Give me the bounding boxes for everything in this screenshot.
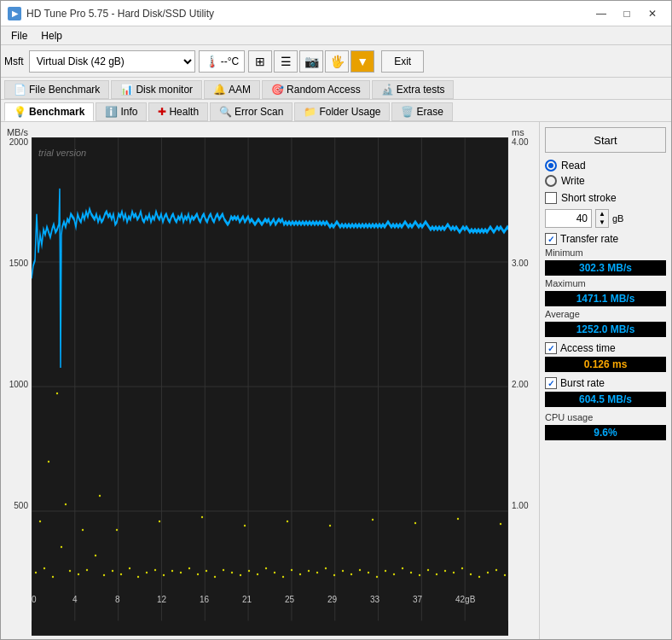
main-window: ▶ HD Tune Pro 5.75 - Hard Disk/SSD Utili… [0, 0, 672, 640]
svg-point-19 [52, 576, 54, 578]
menu-file[interactable]: File [4, 28, 34, 44]
svg-point-58 [385, 570, 386, 572]
read-radio-dot [548, 163, 553, 168]
disk-brand-label: Msft [4, 55, 24, 67]
svg-point-32 [163, 574, 165, 576]
copy-icon-button[interactable]: ⊞ [248, 50, 272, 73]
svg-point-56 [368, 572, 369, 573]
burst-rate-label: Burst rate [560, 377, 605, 389]
cpu-usage-value: 9.6% [545, 425, 666, 440]
svg-point-79 [65, 503, 67, 505]
svg-point-62 [419, 574, 420, 576]
tab-random-access[interactable]: 🎯 Random Access [262, 80, 370, 99]
burst-rate-value: 604.5 MB/s [545, 392, 666, 407]
list-icon-button[interactable]: ☰ [274, 50, 298, 73]
svg-point-81 [99, 495, 101, 497]
svg-point-51 [325, 567, 327, 569]
read-write-radio-group: Read Write [545, 160, 666, 187]
window-title: HD Tune Pro 5.75 - Hard Disk/SSD Utility [26, 8, 214, 20]
menu-help[interactable]: Help [34, 28, 69, 44]
tab-health-label: Health [169, 106, 199, 118]
short-stroke-checkbox[interactable]: Short stroke [545, 192, 617, 204]
transfer-rate-label: Transfer rate [560, 233, 618, 245]
svg-text:25: 25 [285, 595, 295, 604]
svg-point-27 [120, 573, 122, 575]
svg-point-65 [444, 570, 446, 572]
write-radio[interactable]: Write [545, 175, 666, 187]
nav-tabs-row1: 📄 File Benchmark 📊 Disk monitor 🔔 AAM 🎯 … [1, 78, 671, 100]
svg-text:4: 4 [72, 595, 78, 604]
tab-info-label: Info [120, 106, 137, 118]
y-axis-right-label: ms [508, 127, 536, 137]
tab-folder-usage[interactable]: 📁 Folder Usage [294, 102, 390, 121]
gb-unit-label: gB [612, 213, 623, 224]
chart-area: MB/s ms 2000 1500 1000 500 [1, 122, 539, 639]
svg-point-70 [487, 572, 489, 573]
burst-rate-checkbox[interactable]: ✓ [545, 377, 557, 389]
svg-point-67 [461, 567, 463, 569]
tab-extra-tests-label: Extra tests [397, 84, 445, 96]
svg-text:16: 16 [200, 595, 210, 604]
stroke-up-button[interactable]: ▲ [596, 210, 608, 218]
svg-point-84 [201, 516, 203, 518]
random-access-icon: 🎯 [271, 84, 284, 96]
svg-point-54 [350, 573, 352, 575]
short-stroke-row: Short stroke [545, 192, 666, 204]
svg-point-23 [86, 569, 88, 571]
svg-point-83 [159, 521, 160, 522]
y-axis-left: 2000 1500 1000 500 [4, 137, 32, 636]
nav-tabs-row2: 💡 Benchmark ℹ️ Info ✚ Health 🔍 Error Sca… [1, 100, 671, 122]
svg-point-86 [287, 521, 288, 522]
tab-info[interactable]: ℹ️ Info [96, 102, 147, 121]
disk-dropdown[interactable]: Virtual Disk (42 gB) [29, 50, 195, 73]
svg-point-60 [402, 567, 403, 569]
tab-random-access-label: Random Access [287, 84, 361, 96]
stroke-value-input[interactable] [545, 209, 592, 228]
tab-folder-usage-label: Folder Usage [319, 106, 380, 118]
burst-rate-section: ✓ Burst rate 604.5 MB/s [545, 377, 666, 407]
svg-point-53 [342, 570, 344, 572]
tab-benchmark[interactable]: 💡 Benchmark [4, 102, 94, 121]
svg-point-44 [265, 567, 267, 569]
chart-inner: 0 4 8 12 16 21 25 29 33 37 42gB [32, 137, 508, 636]
window-controls: — □ ✕ [589, 5, 664, 22]
tab-aam[interactable]: 🔔 AAM [204, 80, 260, 99]
svg-point-88 [372, 519, 374, 521]
camera-icon-button[interactable]: 📷 [299, 50, 323, 73]
svg-point-36 [197, 573, 199, 575]
maximize-button[interactable]: □ [615, 5, 639, 22]
hand-icon-button[interactable]: 🖐 [325, 50, 349, 73]
svg-point-17 [35, 572, 37, 573]
svg-text:0: 0 [32, 595, 37, 604]
menu-bar: File Help [1, 26, 671, 45]
svg-point-31 [154, 569, 156, 571]
svg-point-20 [61, 546, 62, 548]
tab-file-benchmark[interactable]: 📄 File Benchmark [4, 80, 109, 99]
read-radio[interactable]: Read [545, 160, 666, 172]
extra-tests-icon: 🔬 [381, 84, 394, 96]
minimize-button[interactable]: — [589, 5, 613, 22]
tab-erase[interactable]: 🗑️ Erase [391, 102, 452, 121]
svg-text:42gB: 42gB [455, 595, 476, 604]
aam-icon: 🔔 [213, 84, 226, 96]
download-icon-button[interactable]: ▼ [350, 50, 374, 73]
maximum-value: 1471.1 MB/s [545, 291, 666, 306]
access-time-dots [35, 393, 508, 578]
average-label: Average [545, 309, 666, 319]
tab-disk-monitor-label: Disk monitor [136, 84, 193, 96]
svg-point-38 [214, 576, 216, 578]
erase-icon: 🗑️ [401, 106, 414, 118]
tab-disk-monitor[interactable]: 📊 Disk monitor [111, 80, 202, 99]
svg-point-69 [478, 576, 480, 578]
access-time-checkbox[interactable]: ✓ [545, 342, 557, 354]
svg-point-89 [414, 522, 416, 524]
tab-health[interactable]: ✚ Health [148, 102, 208, 121]
disk-monitor-icon: 📊 [120, 84, 133, 96]
stroke-down-button[interactable]: ▼ [596, 218, 608, 227]
tab-extra-tests[interactable]: 🔬 Extra tests [372, 80, 455, 99]
tab-error-scan[interactable]: 🔍 Error Scan [210, 102, 293, 121]
exit-button[interactable]: Exit [381, 50, 424, 73]
transfer-rate-checkbox[interactable]: ✓ [545, 233, 557, 245]
start-button[interactable]: Start [545, 127, 666, 153]
close-button[interactable]: ✕ [640, 5, 664, 22]
